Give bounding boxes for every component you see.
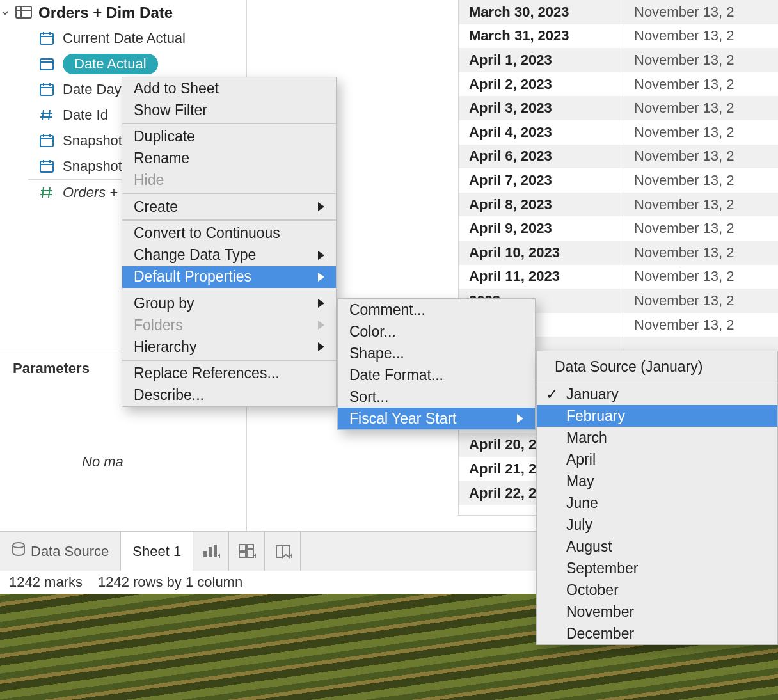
menu-folders: Folders <box>122 314 336 336</box>
table-row[interactable]: April 8, 2023November 13, 2 <box>459 193 778 217</box>
menu-month-october[interactable]: October <box>537 579 777 601</box>
no-match-text: No ma <box>82 454 247 470</box>
menu-month-label: September <box>566 560 639 577</box>
table-row[interactable]: April 7, 2023November 13, 2 <box>459 168 778 193</box>
menu-describe[interactable]: Describe... <box>122 385 336 406</box>
hash-icon <box>37 107 56 123</box>
status-rows: 1242 rows by 1 column <box>98 574 242 591</box>
menu-show-filter[interactable]: Show Filter <box>122 99 336 121</box>
table-row[interactable]: March 31, 2023November 13, 2 <box>459 24 778 49</box>
cell-date: March 31, 2023 <box>459 28 624 44</box>
menu-month-april[interactable]: April <box>537 449 777 470</box>
menu-fiscal-year-start[interactable]: Fiscal Year Start <box>338 408 535 429</box>
cell-value: November 13, 2 <box>624 196 778 213</box>
menu-separator <box>122 219 336 221</box>
chevron-right-icon <box>517 414 523 423</box>
tab-sheet-1[interactable]: Sheet 1 <box>121 532 193 571</box>
menu-shape[interactable]: Shape... <box>338 342 535 364</box>
menu-change-data-type[interactable]: Change Data Type <box>122 244 336 266</box>
table-row[interactable]: April 9, 2023November 13, 2 <box>459 216 778 241</box>
svg-text:+: + <box>289 552 292 560</box>
cell-date: April 11, 2023 <box>459 268 624 285</box>
new-worksheet-button[interactable]: + <box>193 532 229 571</box>
menu-month-july[interactable]: July <box>537 514 777 536</box>
menu-month-label: January <box>566 386 619 403</box>
menu-duplicate[interactable]: Duplicate <box>122 126 336 148</box>
table-row[interactable]: April 6, 2023November 13, 2 <box>459 145 778 169</box>
menu-month-may[interactable]: May <box>537 470 777 492</box>
svg-point-23 <box>13 543 24 548</box>
menu-month-label: June <box>566 495 598 512</box>
date-icon <box>37 132 56 149</box>
chevron-right-icon <box>318 342 324 351</box>
menu-month-label: July <box>566 516 592 534</box>
table-row[interactable]: April 2, 2023November 13, 2 <box>459 72 778 97</box>
menu-month-february[interactable]: February <box>537 405 777 427</box>
menu-convert-continuous[interactable]: Convert to Continuous <box>122 223 336 244</box>
cell-value: November 13, 2 <box>624 52 778 68</box>
chevron-down-icon[interactable] <box>1 9 14 17</box>
menu-month-label: May <box>566 473 594 490</box>
cell-value: November 13, 2 <box>624 317 778 333</box>
menu-default-properties[interactable]: Default Properties <box>122 266 336 288</box>
menu-date-format[interactable]: Date Format... <box>338 364 535 386</box>
data-source-header[interactable]: Orders + Dim Date <box>0 0 246 26</box>
data-source-title: Orders + Dim Date <box>38 4 173 22</box>
table-row[interactable]: April 4, 2023November 13, 2 <box>459 120 778 145</box>
cell-date: April 2, 2023 <box>459 76 624 93</box>
tab-label: Data Source <box>31 543 109 560</box>
table-row[interactable]: April 10, 2023November 13, 2 <box>459 241 778 265</box>
date-icon <box>37 56 56 72</box>
menu-create[interactable]: Create <box>122 196 336 218</box>
menu-month-label: April <box>566 451 596 468</box>
menu-month-september[interactable]: September <box>537 557 777 579</box>
menu-month-august[interactable]: August <box>537 536 777 557</box>
svg-rect-11 <box>40 84 53 95</box>
tab-data-source[interactable]: Data Source <box>0 532 121 571</box>
menu-color[interactable]: Color... <box>338 321 535 342</box>
date-icon <box>37 158 56 175</box>
menu-month-june[interactable]: June <box>537 492 777 514</box>
cell-date: April 1, 2023 <box>459 52 624 68</box>
tab-label: Sheet 1 <box>132 543 181 560</box>
menu-month-december[interactable]: December <box>537 623 777 644</box>
svg-rect-3 <box>40 33 53 44</box>
menu-replace-references[interactable]: Replace References... <box>122 363 336 385</box>
menu-hierarchy[interactable]: Hierarchy <box>122 336 336 358</box>
hash-icon <box>37 184 56 201</box>
menu-group-by[interactable]: Group by <box>122 292 336 314</box>
svg-rect-30 <box>247 550 253 557</box>
svg-text:+: + <box>218 552 220 560</box>
menu-rename[interactable]: Rename <box>122 148 336 170</box>
svg-rect-15 <box>40 136 53 147</box>
cell-value: November 13, 2 <box>624 244 778 261</box>
table-row[interactable]: March 30, 2023November 13, 2 <box>459 0 778 24</box>
menu-month-label: December <box>566 625 634 642</box>
chevron-right-icon <box>318 299 324 308</box>
date-icon <box>37 30 56 47</box>
chevron-right-icon <box>318 273 324 282</box>
table-row[interactable]: April 11, 2023November 13, 2 <box>459 265 778 289</box>
table-row[interactable]: April 3, 2023November 13, 2 <box>459 96 778 120</box>
menu-month-november[interactable]: November <box>537 601 777 623</box>
cell-value: November 13, 2 <box>624 100 778 116</box>
field-current-date-actual[interactable]: Current Date Actual <box>0 26 246 51</box>
menu-sort[interactable]: Sort... <box>338 386 535 408</box>
menu-month-label: October <box>566 582 619 599</box>
cell-value: November 13, 2 <box>624 292 778 309</box>
default-properties-submenu: Comment... Color... Shape... Date Format… <box>337 298 536 430</box>
menu-month-january[interactable]: ✓January <box>537 383 777 405</box>
date-icon <box>37 81 56 98</box>
new-dashboard-button[interactable]: + <box>229 532 265 571</box>
menu-month-label: August <box>566 538 612 555</box>
field-date-actual[interactable]: Date Actual <box>0 51 246 77</box>
svg-rect-24 <box>203 551 207 557</box>
cell-date: April 10, 2023 <box>459 244 624 261</box>
cell-date: April 8, 2023 <box>459 196 624 213</box>
menu-month-march[interactable]: March <box>537 427 777 449</box>
menu-comment[interactable]: Comment... <box>338 299 535 321</box>
new-story-button[interactable]: + <box>265 532 301 571</box>
menu-separator <box>122 290 336 291</box>
table-row[interactable]: April 1, 2023November 13, 2 <box>459 48 778 72</box>
menu-add-to-sheet[interactable]: Add to Sheet <box>122 77 336 99</box>
